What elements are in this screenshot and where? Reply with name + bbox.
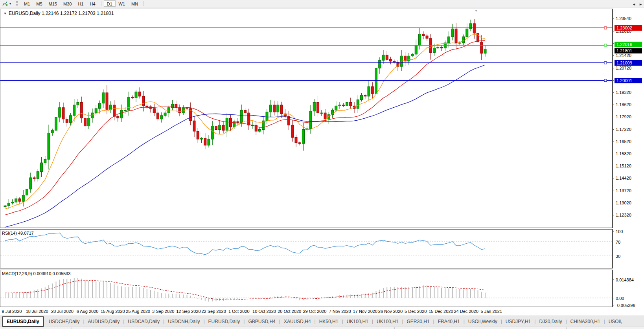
toolbar-grip[interactable] [16,1,18,6]
chart-tab-china300-h1[interactable]: CHINA300,H1 [567,319,604,324]
price-axis[interactable]: 1.235401.228201.221201.214201.207201.200… [613,9,644,228]
timeframe-button-h1[interactable]: H1 [75,0,86,7]
chart-tab-fra40-h1[interactable]: FRA40,H1 [434,319,464,324]
price-tick-mark [613,55,614,56]
chart-title: ▼ EURUSD,Daily 1.22146 1.22172 1.21703 1… [4,11,114,16]
price-tick-label: 1.20720 [616,66,631,70]
chart-tab-xauusd-h4[interactable]: XAUUSD,H4 [280,319,315,324]
chart-tab-usdchf-daily[interactable]: USDCHF,Daily [45,319,83,324]
chart-tab-usdcnh-daily[interactable]: USDCNH,Daily [164,319,203,324]
chart-tab-uk100-h1[interactable]: UK100,H1 [373,319,402,324]
macd-tick-label: 0.014384 [616,278,634,282]
price-line-label: 1.20001 [615,78,642,83]
rsi-tick-label: 100 [616,229,623,234]
chart-shift-marker-icon[interactable]: ▼ [475,9,478,13]
date-tick-label: 5 Dec 2020 [405,309,427,314]
rsi-tick-mark [613,242,614,242]
chart-tab-usoil-weekly[interactable]: USOil,Weekly [465,319,501,324]
date-tick-label: 7 Nov 2020 [329,309,351,314]
axis-border [613,270,613,307]
rsi-label: RSI(14) 49.0717 [2,231,34,235]
chart-tab-audusd-daily[interactable]: AUDUSD,Daily [85,319,123,324]
price-line-label: 1.21009 [615,60,642,66]
chart-tab-ger30-h1[interactable]: GER30,H1 [403,319,433,324]
timeframe-button-m5[interactable]: M5 [33,0,45,7]
candlestick-chart-canvas[interactable] [0,9,612,228]
toolbar-separator [144,1,144,6]
chart-tab-eurusd-daily[interactable]: EURUSD,Daily [205,319,244,324]
timeframe-button-w1[interactable]: W1 [116,0,129,7]
date-tick-label: 12 Sep 2020 [176,309,201,314]
rsi-panel[interactable]: RSI(14) 49.0717 [0,229,613,268]
chart-tab-eurusd-daily[interactable]: EURUSD,Daily [2,316,44,327]
chart-tab-usdcad-daily[interactable]: USDCAD,Daily [124,319,163,324]
price-tick-label: 1.13720 [616,188,631,193]
price-tick-label: 1.15120 [616,164,631,168]
price-tick-mark [613,117,614,117]
date-tick-label: 3 Sep 2020 [152,309,174,314]
trading-terminal-window: ▾ M1M5M15M30H1H4 D1W1MN ▼ EURUSD,Daily 1… [0,0,644,329]
date-tick-label: 15 Aug 2020 [101,309,125,314]
price-tick-mark [613,68,614,68]
rsi-chart-canvas[interactable] [0,230,612,268]
macd-tick-label: 0.00 [616,296,624,301]
chart-tab-hk50-h1[interactable]: HK50,H1 [316,319,342,324]
chevron-down-icon[interactable]: ▾ [9,2,13,6]
chart-tab-usdjpy-h1[interactable]: USDJPY,H1 [502,319,534,324]
chart-tab-usoil-[interactable]: USOil, [605,319,626,324]
date-tick-label: 29 Oct 2020 [303,309,326,314]
macd-panel[interactable]: MACD(12,26,9) 0.003910 0.005533 [0,270,613,307]
timeframe-button-m30[interactable]: M30 [60,0,75,7]
timeframe-button-d1[interactable]: D1 [104,0,116,7]
statusbar-separator [271,327,271,329]
price-tick-mark [613,80,614,81]
macd-axis[interactable]: 0.0143840.00-0.005396 [613,270,644,307]
main-chart-panel[interactable]: ▼ EURUSD,Daily 1.22146 1.22172 1.21703 1… [0,9,613,228]
price-tick-label: 1.18620 [616,102,631,107]
rsi-tick-label: 70 [616,240,620,244]
price-tick-mark [613,31,614,31]
price-line-label: 1.22016 [615,42,642,47]
chart-tab-gbpusd-h4[interactable]: GBPUSD,H4 [245,319,279,324]
price-tick-label: 1.17220 [616,127,631,132]
rsi-tick-label: 30 [616,254,620,259]
date-tick-label: 6 Aug 2020 [77,309,99,314]
statusbar-separator [394,327,395,329]
price-tick-label: 1.13020 [616,200,631,205]
chart-tab-uk100-h1[interactable]: UK100,H1 [343,319,372,324]
date-tick-label: 26 Nov 2020 [378,309,403,314]
date-axis[interactable]: 9 Jul 202018 Jul 202028 Jul 20206 Aug 20… [0,307,613,316]
timeframe-button-h4[interactable]: H4 [86,0,98,7]
chart-cursor-icon[interactable] [2,1,9,7]
macd-tick-mark [613,279,614,280]
macd-tick-label: -0.005396 [616,303,635,308]
toolbar-separator [101,1,101,6]
timeframe-button-m15[interactable]: M15 [46,0,60,7]
tab-scroll-right-icon[interactable]: ► [639,2,642,6]
price-tick-mark [613,178,614,178]
date-tick-label: 28 Jul 2020 [51,309,74,314]
date-tick-label: 9 Jul 2020 [2,309,22,314]
tab-scroll-arrows: ◄ ► [632,2,642,6]
rsi-axis[interactable]: 1007030 [613,229,644,268]
price-tick-mark [613,191,614,191]
timeframe-button-mn[interactable]: MN [128,0,141,7]
chart-tab-dj30-daily[interactable]: DJ30,Daily [535,319,565,324]
tab-scroll-left-icon[interactable]: ◄ [632,2,636,6]
price-tick-label: 1.16520 [616,139,631,144]
macd-chart-canvas[interactable] [0,270,612,307]
price-tick-label: 1.21420 [616,53,631,58]
collapse-chart-icon[interactable]: ▼ [4,12,7,15]
date-tick-label: 24 Dec 2020 [454,309,478,314]
status-bar-strip [0,327,644,329]
date-tick-label: 17 Nov 2020 [353,309,377,314]
price-line-label: 1.21801 [615,48,642,53]
date-tick-label: 5 Jan 2021 [481,309,502,314]
timeframe-button-m1[interactable]: M1 [21,0,33,7]
price-tick-mark [613,105,614,105]
price-tick-mark [613,142,614,142]
statusbar-separator [72,327,72,329]
price-tick-mark [613,18,614,19]
date-tick-label: 10 Oct 2020 [252,309,276,314]
date-tick-label: 20 Oct 2020 [278,309,301,314]
